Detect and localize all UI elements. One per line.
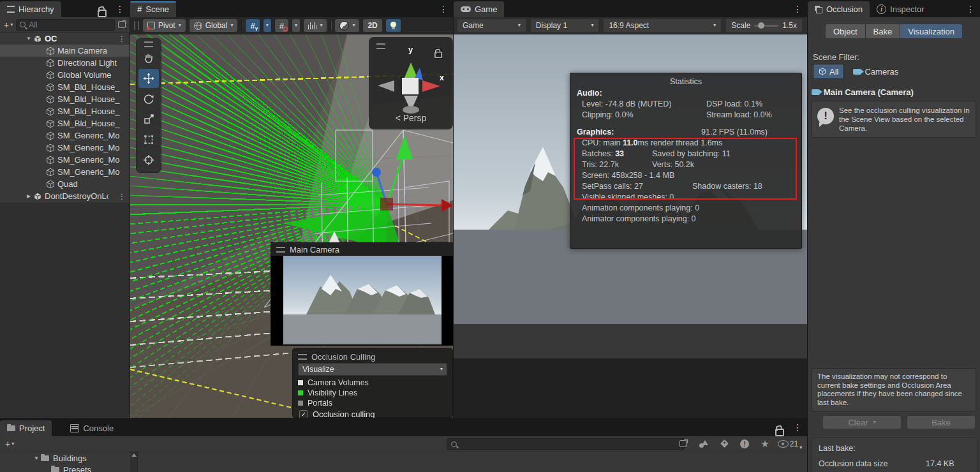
scale-control[interactable]: Scale 1.5x <box>726 19 802 32</box>
hierarchy-item-sm-bld-house-3[interactable]: SM_Bld_House_ <box>0 105 130 117</box>
hierarchy-item-quad[interactable]: Quad <box>0 178 130 190</box>
project-lock-icon[interactable] <box>775 429 784 436</box>
lock-icon[interactable] <box>98 10 107 17</box>
grid-visibility-toggle[interactable]: #Y <box>246 19 259 32</box>
occlusion-overlay-titlebar[interactable]: Occlusion Culling <box>298 351 447 362</box>
hierarchy-search-input[interactable]: All <box>16 19 115 31</box>
camera-icon <box>812 89 820 95</box>
scroll-up-icon[interactable] <box>131 454 137 457</box>
tab-occlusion[interactable]: Occlusion <box>808 1 870 17</box>
scene-row-oc[interactable]: ▼ OC ⋮ <box>0 33 130 45</box>
hierarchy-item-global-volume[interactable]: Global Volume <box>0 69 130 81</box>
scale-slider-knob[interactable] <box>758 22 764 29</box>
move-tool-button[interactable] <box>138 69 159 88</box>
display-dropdown[interactable]: Display 1▾ <box>531 19 599 32</box>
axis-x-label[interactable]: x <box>440 73 444 82</box>
hidden-count-button[interactable]: 21 ▾ <box>775 437 805 450</box>
visualize-mode-dropdown[interactable]: Visualize ▾ <box>298 363 447 376</box>
transform-tool-button[interactable] <box>138 151 159 170</box>
overlay-handle[interactable] <box>298 354 307 360</box>
scene-row-dontdestroy[interactable]: ▶ DontDestroyOnLoad ⋮ <box>0 190 130 202</box>
filter-cameras-button[interactable]: Cameras <box>853 67 898 77</box>
hierarchy-item-sm-generic-1[interactable]: SM_Generic_Mo <box>0 129 130 142</box>
tab-console-label: Console <box>83 424 114 433</box>
global-dropdown[interactable]: Global ▾ <box>189 19 238 32</box>
folder-row-buildings[interactable]: ▼ Buildings <box>0 452 807 464</box>
hierarchy-menu-icon[interactable]: ⋮ <box>110 0 130 17</box>
pivot-dropdown[interactable]: Pivot ▾ <box>143 19 186 32</box>
display-target-dropdown[interactable]: Game▾ <box>457 19 526 32</box>
hierarchy-item-sm-generic-3[interactable]: SM_Generic_Mo <box>0 154 130 166</box>
tab-hierarchy[interactable]: Hierarchy <box>0 1 61 17</box>
folder-row-presets[interactable]: Presets <box>0 464 807 472</box>
favorites-button[interactable]: ★ <box>755 437 775 450</box>
hierarchy-item-main-camera[interactable]: Main Camera <box>0 45 130 57</box>
scene-menu-icon[interactable]: ⋮ <box>118 192 126 201</box>
overlay-handle[interactable] <box>276 247 285 253</box>
scale-tool-button[interactable] <box>138 110 159 129</box>
camera-preview-titlebar[interactable]: Main Camera <box>271 243 453 256</box>
hierarchy-item-sm-bld-house-1[interactable]: SM_Bld_House_ <box>0 81 130 93</box>
occlusion-culling-checkbox-row[interactable]: ✓ Occlusion culling <box>298 408 447 418</box>
axis-y-label[interactable]: y <box>408 45 413 54</box>
hierarchy-item-sm-bld-house-2[interactable]: SM_Bld_House_ <box>0 93 130 105</box>
clear-button[interactable]: Clear ▾ <box>823 416 901 429</box>
search-importlog-button[interactable]: ! <box>734 437 755 450</box>
foldout-open-icon[interactable]: ▼ <box>32 455 41 461</box>
hierarchy-item-directional-light[interactable]: Directional Light <box>0 57 130 69</box>
project-search-input[interactable] <box>447 438 685 450</box>
snap-increment-dropdown[interactable]: ▾ <box>304 19 327 32</box>
scene-viewport[interactable]: y x < Persp Main Camera <box>130 34 453 418</box>
shading-mode-dropdown[interactable]: ▾ <box>335 19 359 32</box>
tab-console[interactable]: Console <box>63 420 121 436</box>
rect-tool-button[interactable] <box>138 130 159 149</box>
view-tool-button[interactable] <box>138 48 159 68</box>
perspective-toggle[interactable]: < Persp <box>369 113 453 123</box>
tab-inspector[interactable]: i Inspector <box>870 1 931 17</box>
chevron-down-icon: ▾ <box>320 23 322 28</box>
scene-menu-icon[interactable]: ⋮ <box>434 0 453 17</box>
scene-lighting-toggle[interactable] <box>386 19 401 32</box>
grid-visibility-dropdown[interactable]: ▾ <box>264 19 271 32</box>
bake-mode-button[interactable]: Bake <box>866 24 901 38</box>
pane-divider[interactable] <box>137 452 138 472</box>
snap-dropdown[interactable]: ▾ <box>292 19 300 32</box>
inspector-menu-icon[interactable]: ⋮ <box>961 0 980 17</box>
tab-game[interactable]: Game <box>454 1 504 17</box>
foldout-open-icon[interactable]: ▼ <box>24 36 33 41</box>
orientation-gizmo-overlay[interactable]: y x < Persp <box>369 37 453 129</box>
tab-scene[interactable]: # Scene <box>130 1 176 17</box>
batches-row: Batches: 33Saved by batching: 11 <box>577 149 795 159</box>
rotate-tool-button[interactable] <box>138 89 159 108</box>
hierarchy-item-sm-generic-4[interactable]: SM_Generic_Mo <box>0 166 130 178</box>
camera-preview-overlay[interactable]: Main Camera <box>271 242 453 346</box>
checkbox-checked-icon[interactable]: ✓ <box>299 410 308 418</box>
open-search-window-button[interactable] <box>673 437 694 450</box>
overlay-handle[interactable] <box>144 41 153 47</box>
hierarchy-item-sm-generic-2[interactable]: SM_Generic_Mo <box>0 142 130 154</box>
bake-button[interactable]: Bake <box>907 416 975 429</box>
hierarchy-item-sm-bld-house-4[interactable]: SM_Bld_House_ <box>0 117 130 129</box>
object-mode-button[interactable]: Object <box>826 24 866 38</box>
search-by-label-button[interactable] <box>714 437 734 450</box>
hand-icon <box>143 52 154 64</box>
aspect-ratio-dropdown[interactable]: 16:9 Aspect▾ <box>604 19 721 32</box>
add-object-button[interactable]: + ▾ <box>4 20 13 30</box>
create-asset-button[interactable]: + ▾ <box>5 439 14 449</box>
search-by-type-button[interactable] <box>694 437 714 450</box>
filter-all-button[interactable]: All <box>813 64 844 79</box>
tree-scrollbar[interactable] <box>130 452 137 472</box>
open-search-window-icon[interactable] <box>118 21 126 28</box>
game-menu-icon[interactable]: ⋮ <box>788 0 807 17</box>
2d-toggle[interactable]: 2D <box>363 19 382 32</box>
scene-menu-icon[interactable]: ⋮ <box>118 34 126 43</box>
tab-project[interactable]: Project <box>0 420 52 436</box>
toolbar-handle[interactable] <box>134 21 139 30</box>
snap-toggle[interactable]: #ᘰ <box>275 19 288 32</box>
project-menu-icon[interactable]: ⋮ <box>788 418 807 436</box>
occlusion-culling-overlay[interactable]: Occlusion Culling Visualize ▾ Camera Vol… <box>292 348 453 418</box>
visualization-mode-button[interactable]: Visualization <box>900 24 962 38</box>
scale-slider[interactable] <box>754 25 778 27</box>
chevron-down-icon: ▾ <box>440 367 443 372</box>
foldout-closed-icon[interactable]: ▶ <box>24 193 33 199</box>
